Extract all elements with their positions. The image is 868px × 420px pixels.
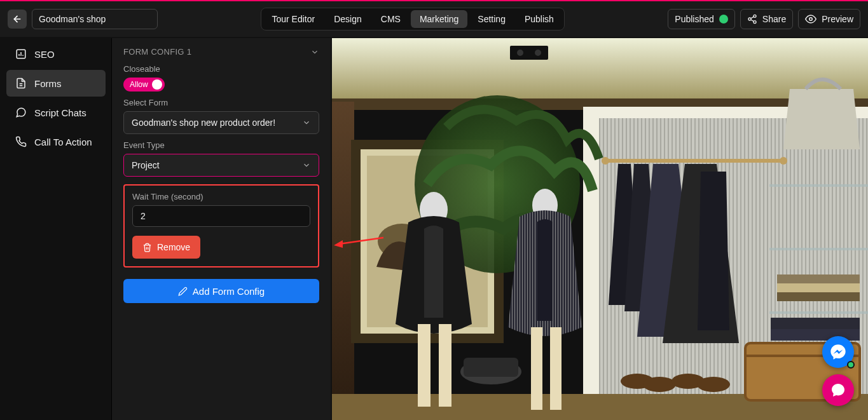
tab-cms[interactable]: CMS	[372, 10, 410, 28]
svg-rect-34	[439, 324, 451, 407]
svg-point-2	[748, 18, 751, 20]
event-type-dropdown[interactable]: Project	[123, 154, 319, 177]
event-type-label: Event Type	[123, 140, 319, 150]
svg-line-5	[751, 17, 754, 18]
annotation-highlight-box: Wait Time (second) Remove	[123, 184, 319, 268]
sidebar-item-label: SEO	[34, 49, 55, 60]
wait-time-label: Wait Time (second)	[132, 192, 310, 201]
sidebar-item-cta[interactable]: Call To Action	[6, 128, 106, 155]
status-dot-icon	[719, 15, 728, 24]
panorama-viewport[interactable]	[332, 38, 868, 420]
svg-rect-40	[605, 159, 783, 163]
closeable-toggle[interactable]: Allow	[123, 78, 165, 91]
svg-rect-47	[777, 283, 860, 292]
section-title: FORM CONFIG 1	[123, 47, 191, 57]
sidebar-item-forms[interactable]: Forms	[6, 70, 106, 97]
svg-point-55	[643, 377, 676, 392]
sidebar-item-label: Forms	[34, 78, 62, 89]
svg-rect-22	[332, 102, 354, 420]
top-bar: Tour Editor Design CMS Marketing Setting…	[0, 1, 868, 37]
chevron-down-icon	[302, 161, 311, 170]
sidebar-item-seo[interactable]: SEO	[6, 41, 106, 67]
project-title-input[interactable]	[32, 9, 158, 29]
status-label: Published	[675, 14, 714, 24]
tab-marketing[interactable]: Marketing	[411, 10, 467, 28]
event-type-value: Project	[132, 160, 160, 170]
add-form-config-button[interactable]: Add Form Config	[123, 279, 319, 303]
svg-rect-43	[769, 184, 868, 187]
chat-icon	[15, 107, 27, 118]
share-label: Share	[762, 14, 786, 24]
file-icon	[15, 78, 27, 89]
svg-point-41	[602, 157, 609, 165]
preview-label: Preview	[822, 14, 853, 24]
online-dot-icon	[847, 361, 855, 369]
remove-button[interactable]: Remove	[132, 236, 200, 259]
toggle-knob	[152, 79, 162, 90]
chart-icon	[15, 48, 27, 60]
svg-point-1	[754, 15, 756, 17]
arrow-left-icon	[12, 14, 22, 24]
select-form-dropdown[interactable]: Goodman's shop new product order!	[123, 111, 319, 134]
svg-rect-48	[777, 274, 860, 283]
marketing-sidebar: SEO Forms Script Chats Call To Action	[6, 41, 106, 155]
section-header[interactable]: FORM CONFIG 1	[123, 47, 319, 57]
tab-setting[interactable]: Setting	[469, 10, 514, 28]
messenger-fab[interactable]	[822, 336, 854, 368]
wait-time-input[interactable]	[132, 205, 310, 227]
svg-point-20	[535, 50, 541, 56]
pencil-icon	[178, 287, 188, 296]
chat-fab[interactable]	[822, 374, 854, 406]
svg-point-6	[809, 18, 813, 21]
select-form-label: Select Form	[123, 98, 319, 107]
add-label: Add Form Config	[193, 286, 265, 297]
svg-rect-39	[464, 358, 518, 377]
share-button[interactable]: Share	[740, 9, 793, 29]
trash-icon	[142, 243, 152, 252]
svg-rect-45	[769, 311, 868, 314]
tab-tour-editor[interactable]: Tour Editor	[263, 10, 324, 28]
chat-bubble-icon	[830, 383, 846, 398]
svg-rect-37	[550, 327, 561, 410]
phone-icon	[15, 136, 27, 147]
select-form-value: Goodman's shop new product order!	[132, 118, 275, 128]
form-config-panel: FORM CONFIG 1 Closeable Allow Select For…	[111, 38, 331, 420]
svg-rect-36	[531, 327, 542, 410]
messenger-icon	[829, 343, 847, 361]
chevron-down-icon	[310, 48, 319, 57]
chevron-down-icon	[302, 118, 311, 127]
svg-rect-46	[777, 292, 860, 301]
svg-point-42	[780, 157, 787, 165]
svg-line-4	[751, 20, 754, 22]
svg-rect-33	[418, 324, 431, 407]
back-button[interactable]	[8, 10, 27, 29]
svg-rect-44	[769, 248, 868, 250]
toggle-label: Allow	[130, 80, 148, 89]
tab-design[interactable]: Design	[325, 10, 371, 28]
sidebar-item-label: Call To Action	[34, 137, 92, 147]
svg-rect-17	[332, 38, 868, 102]
remove-label: Remove	[157, 242, 190, 252]
sidebar-item-label: Script Chats	[34, 107, 86, 118]
main-tabs: Tour Editor Design CMS Marketing Setting…	[261, 8, 564, 30]
svg-rect-18	[510, 46, 548, 60]
sidebar-item-script-chats[interactable]: Script Chats	[6, 99, 106, 126]
preview-button[interactable]: Preview	[798, 9, 860, 29]
tab-publish[interactable]: Publish	[516, 10, 563, 28]
share-icon	[747, 14, 757, 24]
svg-point-19	[517, 50, 523, 56]
svg-point-3	[754, 21, 756, 24]
publish-status[interactable]: Published	[668, 9, 735, 29]
svg-rect-49	[771, 318, 860, 329]
closeable-label: Closeable	[123, 64, 319, 74]
eye-icon	[805, 13, 816, 25]
panorama-scene	[332, 38, 868, 420]
svg-point-57	[697, 377, 730, 392]
